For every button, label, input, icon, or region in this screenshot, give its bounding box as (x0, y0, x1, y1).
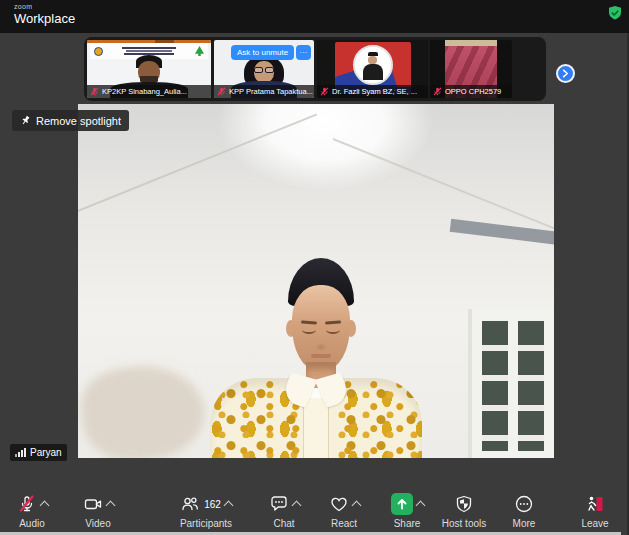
participant-name: KPP Pratama Tapaktua... (229, 87, 313, 96)
portrait-head (368, 56, 377, 64)
pin-icon (20, 115, 31, 126)
door-pane (482, 321, 508, 451)
participant-name: KP2KP Sinabang_Aulia... (102, 87, 187, 96)
video-thumbnail-kpp-pratama[interactable]: Ask to unmute ··· KPP Pratama Tapaktua..… (214, 40, 314, 98)
participant-name-label: KP2KP Sinabang_Aulia... (87, 85, 211, 98)
mic-muted-icon (90, 87, 99, 96)
glass-door (468, 309, 554, 458)
remove-spotlight-button[interactable]: Remove spotlight (12, 110, 129, 131)
mouth (311, 354, 331, 358)
video-thumbnail-kp2kp-sinabang[interactable]: KP2KP Sinabang_Aulia... (87, 40, 211, 98)
speaker-name: Paryan (30, 447, 62, 458)
participant-name-label: KPP Pratama Tapaktua... (214, 85, 314, 98)
portrait-suit (363, 64, 383, 80)
speaker-face (292, 285, 350, 370)
video-camera-icon (83, 494, 103, 514)
share-options-caret[interactable] (415, 501, 425, 511)
react-button[interactable]: React (316, 492, 372, 529)
audio-level-icon (15, 448, 26, 457)
green-logo (195, 46, 204, 56)
zoom-meeting-window: zoom Workplace KP2KP Sinabang_Aulia... (0, 0, 629, 535)
video-button[interactable]: Video (70, 492, 126, 529)
leave-door-icon (585, 494, 605, 514)
share-screen-icon (391, 493, 413, 515)
participants-icon (180, 494, 200, 514)
app-brand: zoom Workplace (14, 3, 75, 26)
mic-muted-icon (433, 87, 442, 96)
mic-muted-icon (320, 87, 329, 96)
door-pane (518, 321, 544, 451)
react-options-caret[interactable] (351, 501, 361, 511)
zoom-logo: zoom (14, 3, 75, 10)
chat-button[interactable]: Chat (256, 492, 312, 529)
participant-name: OPPO CPH2579 (445, 87, 501, 96)
shield-check-icon[interactable] (607, 5, 623, 21)
chat-bubble-icon (269, 494, 289, 514)
heart-icon (329, 494, 349, 514)
participant-name: Dr. Fazli Syam BZ, SE, ... (332, 87, 417, 96)
audio-button[interactable]: Audio (4, 492, 60, 529)
title-bar: zoom Workplace (0, 0, 629, 33)
participants-count: 162 (204, 499, 221, 510)
participant-filmstrip: KP2KP Sinabang_Aulia... Ask to unmute ··… (84, 37, 546, 101)
nose (315, 343, 327, 351)
ellipsis-icon (514, 494, 534, 514)
chevron-right-icon (561, 69, 570, 78)
portrait-circle (353, 45, 393, 85)
batik-shirt (210, 378, 422, 458)
more-options-button[interactable]: ··· (296, 45, 311, 60)
glasses (253, 67, 275, 73)
video-thumbnail-oppo[interactable]: OPPO CPH2579 (430, 40, 512, 98)
spotlight-video[interactable] (78, 104, 554, 458)
speaker-name-label: Paryan (10, 444, 67, 461)
video-options-caret[interactable] (105, 501, 115, 511)
filmstrip-next-page-button[interactable] (556, 64, 575, 83)
shield-icon (454, 494, 474, 514)
video-thumbnail-dr-fazli[interactable]: Dr. Fazli Syam BZ, SE, ... (317, 40, 428, 98)
participant-name-label: OPPO CPH2579 (430, 85, 512, 98)
more-button[interactable]: More (499, 492, 549, 529)
workplace-title: Workplace (14, 11, 75, 26)
ask-to-unmute-button[interactable]: Ask to unmute (231, 45, 294, 60)
participants-button[interactable]: 162 Participants (156, 492, 256, 529)
chat-options-caret[interactable] (291, 501, 301, 511)
leave-button[interactable]: Leave (570, 492, 620, 529)
audio-options-caret[interactable] (39, 501, 49, 511)
mic-muted-icon (217, 87, 226, 96)
closed-eye (326, 326, 340, 334)
participants-options-caret[interactable] (223, 501, 233, 511)
closed-eye (302, 326, 316, 334)
host-tools-button[interactable]: Host tools (427, 492, 501, 529)
djp-logo (94, 47, 103, 56)
participant-name-label: Dr. Fazli Syam BZ, SE, ... (317, 85, 428, 98)
mic-muted-icon (17, 494, 37, 514)
